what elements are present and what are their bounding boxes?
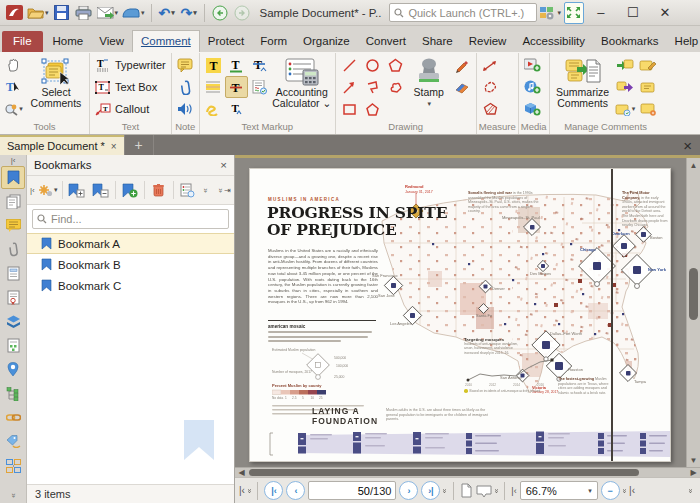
sidebar-item-tags[interactable] — [1, 430, 25, 453]
tab-review[interactable]: Review — [461, 31, 515, 52]
sidebar-item-structure[interactable] — [1, 382, 25, 405]
scroll-up-icon[interactable]: ▲ — [687, 158, 700, 172]
sidebar-item-signatures[interactable] — [1, 286, 25, 309]
bookmarks-pin-icon[interactable]: ⇥ — [224, 186, 231, 195]
bookmarks-options-button[interactable]: ▾ — [37, 179, 59, 201]
close-button[interactable]: ✕ — [650, 2, 680, 24]
zoom-overflow-icon[interactable]: » — [620, 489, 629, 492]
tab-convert[interactable]: Convert — [358, 31, 414, 52]
expand-bookmarks-button[interactable] — [66, 179, 88, 201]
horizontal-scroll-thumb[interactable] — [249, 469, 639, 476]
next-page-button[interactable]: › — [399, 481, 418, 500]
tab-form[interactable]: Form — [252, 31, 295, 52]
cloud-tool-button[interactable] — [384, 76, 407, 98]
horizontal-scrollbar[interactable]: ◀ ▶ — [235, 467, 700, 477]
close-document-pane-button[interactable]: × — [683, 135, 692, 155]
bookmarks-find-input[interactable]: Find... — [32, 209, 229, 229]
accounting-calculator-button[interactable]: Accounting Calculator ⌄ — [271, 54, 333, 109]
strikeout-caret-button[interactable]: T — [248, 54, 271, 76]
page-number-input[interactable] — [326, 485, 370, 497]
bookmarks-panel-close-icon[interactable]: × — [220, 159, 227, 171]
tab-home[interactable]: Home — [45, 31, 92, 52]
typewriter-button[interactable]: TTypewriter — [92, 54, 169, 76]
tab-bookmarks[interactable]: Bookmarks — [593, 31, 667, 52]
last-page-button[interactable]: ›| — [421, 481, 440, 500]
squiggly-button[interactable] — [202, 98, 225, 120]
polyline-tool-button[interactable] — [361, 76, 384, 98]
statusbar-overflow-icon[interactable]: » — [245, 489, 254, 492]
previous-page-button[interactable]: ‹ — [286, 481, 305, 500]
edit-comment-button[interactable] — [637, 54, 660, 76]
add-3d-button[interactable] — [521, 98, 544, 120]
collapse-bookmarks-button[interactable] — [90, 179, 112, 201]
nav-overflow-icon[interactable]: » — [441, 489, 450, 492]
insert-text-button[interactable]: T — [225, 98, 248, 120]
callout-button[interactable]: TCallout — [92, 98, 169, 120]
tab-accessibility[interactable]: Accessibility — [514, 31, 593, 52]
sticky-note-button[interactable] — [174, 54, 197, 76]
tab-help[interactable]: Help — [667, 31, 700, 52]
zoom-tools-button[interactable]: ▾ — [2, 98, 25, 120]
fit-width-button[interactable] — [476, 484, 492, 498]
comment-notes-button[interactable] — [637, 98, 660, 120]
summarize-comments-button[interactable]: Summarize Comments — [552, 54, 614, 109]
bookmarks-collapse-icon[interactable]: |‹ — [30, 186, 35, 195]
statusbar-collapse-icon[interactable]: |‹ — [239, 485, 245, 496]
sidebar-item-layers[interactable] — [1, 310, 25, 333]
maximize-button[interactable]: ☐ — [618, 2, 648, 24]
rectangle-tool-button[interactable] — [338, 98, 361, 120]
strikeout-text-button[interactable]: T — [225, 76, 248, 98]
page-number-field[interactable]: /130 — [308, 481, 396, 500]
bookmark-item[interactable]: Bookmark B — [27, 254, 234, 275]
tab-comment[interactable]: Comment — [132, 30, 200, 52]
sidebar-item-attachments[interactable] — [1, 238, 25, 261]
customize-toolbar-button[interactable]: ▾ — [539, 2, 562, 24]
bookmark-item[interactable]: Bookmark A — [27, 233, 234, 254]
fit-page-button[interactable] — [460, 483, 473, 498]
oval-tool-button[interactable] — [361, 54, 384, 76]
tab-organize[interactable]: Organize — [295, 31, 358, 52]
select-comments-button[interactable]: Select Comments — [25, 54, 87, 109]
sidebar-item-comments[interactable] — [1, 214, 25, 237]
distance-tool-button[interactable] — [479, 54, 502, 76]
undo-button[interactable]: ↶▾ — [157, 2, 177, 24]
zoom-out-button[interactable]: − — [601, 481, 620, 500]
pentagon-tool-button[interactable] — [384, 54, 407, 76]
next-comment-button[interactable] — [637, 76, 660, 98]
zoom-select[interactable]: 66.7% ▾ — [520, 481, 598, 500]
sidebar-item-thumbnails[interactable] — [1, 190, 25, 213]
tab-protect[interactable]: Protect — [200, 31, 252, 52]
quick-launch-input[interactable]: Quick Launch (CTRL+.) — [389, 3, 537, 22]
tab-view[interactable]: View — [91, 31, 132, 52]
new-bookmark-button[interactable] — [119, 179, 141, 201]
document-viewport[interactable]: Redmond January 31, 2017 Victoria Januar… — [235, 155, 700, 467]
delete-bookmark-button[interactable] — [148, 179, 170, 201]
spell-check-button[interactable] — [248, 76, 271, 98]
vertical-scroll-thumb[interactable] — [689, 268, 698, 320]
tab-share[interactable]: Share — [414, 31, 461, 52]
highlight-text-button[interactable]: T — [202, 54, 225, 76]
sidebar-item-bookmarks[interactable] — [1, 166, 25, 189]
email-button[interactable]: ▾ — [96, 2, 120, 24]
select-text-tool-button[interactable]: T — [2, 76, 25, 98]
add-video-button[interactable] — [521, 54, 544, 76]
import-comments-button[interactable] — [614, 54, 637, 76]
scroll-down-icon[interactable]: ▼ — [687, 453, 700, 467]
add-sound-button[interactable] — [521, 76, 544, 98]
minimize-button[interactable]: – — [586, 2, 616, 24]
underline-text-button[interactable]: T — [225, 54, 248, 76]
highlight-area-button[interactable] — [202, 76, 225, 98]
bookmark-properties-button[interactable] — [177, 179, 199, 201]
print-button[interactable] — [74, 2, 94, 24]
fit-overflow-icon[interactable]: » — [492, 489, 501, 492]
comment-styles-button[interactable]: ▾ — [614, 98, 637, 120]
save-button[interactable] — [52, 2, 72, 24]
tab-file[interactable]: File — [2, 31, 43, 52]
pencil-tool-button[interactable] — [451, 54, 474, 76]
text-box-button[interactable]: TText Box — [92, 76, 169, 98]
first-page-button[interactable]: |‹ — [264, 481, 283, 500]
flatten-button[interactable]: ▾ — [121, 2, 146, 24]
scroll-right-icon[interactable]: ▶ — [687, 468, 700, 477]
eraser-tool-button[interactable] — [451, 76, 474, 98]
arrow-tool-button[interactable] — [338, 76, 361, 98]
